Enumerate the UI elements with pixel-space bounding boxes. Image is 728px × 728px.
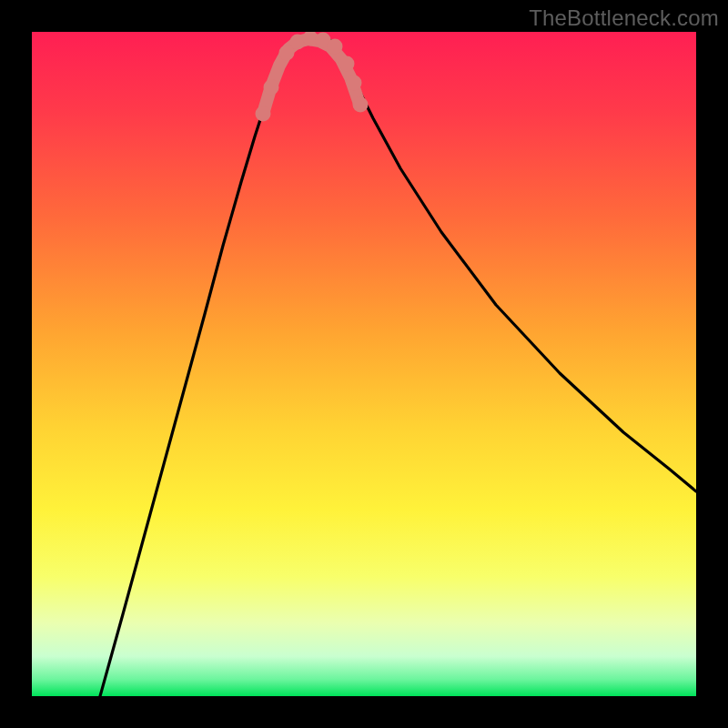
salmon-dot — [339, 56, 355, 72]
salmon-dot — [279, 46, 295, 61]
salmon-dot — [264, 80, 279, 96]
salmon-dot — [347, 76, 362, 91]
series-curve-left — [100, 41, 295, 696]
salmon-dot — [353, 97, 369, 113]
series-salmon-overlay — [263, 39, 359, 114]
salmon-dot — [328, 39, 343, 55]
series-curve-right — [332, 41, 696, 491]
salmon-dot — [256, 106, 271, 122]
chart-frame: TheBottleneck.com — [0, 0, 728, 728]
chart-svg — [32, 32, 696, 696]
plot-area — [32, 32, 696, 696]
watermark-text: TheBottleneck.com — [529, 5, 719, 31]
